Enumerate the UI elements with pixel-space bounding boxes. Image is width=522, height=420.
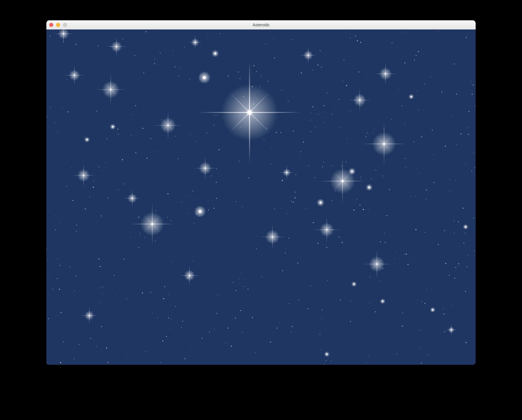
close-icon[interactable] <box>49 23 53 27</box>
game-canvas[interactable] <box>46 29 476 365</box>
titlebar[interactable]: Asteroids <box>46 20 476 30</box>
minimize-icon[interactable] <box>56 23 60 27</box>
maximize-icon[interactable] <box>63 23 67 27</box>
app-window: Asteroids <box>46 20 476 365</box>
window-title: Asteroids <box>253 23 269 27</box>
traffic-lights <box>49 23 67 27</box>
